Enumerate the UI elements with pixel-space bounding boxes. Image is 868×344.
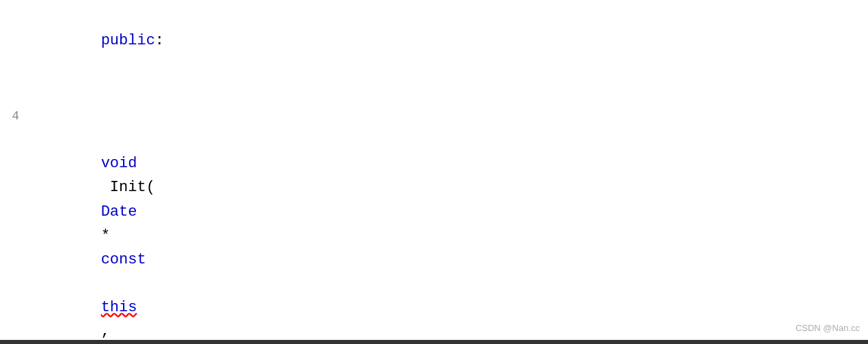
code-line-public: public: <box>0 4 868 78</box>
bottom-bar <box>0 340 868 344</box>
line-content <box>26 78 868 102</box>
keyword-const: const <box>101 251 146 268</box>
line-number: 4 <box>0 106 26 126</box>
watermark: CSDN @Nan.cc <box>796 321 860 336</box>
line-content: public: <box>26 5 868 77</box>
line-content: void Init( Date * const this , int year … <box>26 104 868 344</box>
keyword-public: public <box>101 32 155 49</box>
keyword-this: this <box>101 299 137 316</box>
code-line-blank1 <box>0 78 868 103</box>
code-line-init-decl: 4 void Init( Date * const this , int yea… <box>0 103 868 344</box>
keyword-void: void <box>101 155 137 172</box>
type-date: Date <box>101 203 137 220</box>
code-area: public: 4 void Init( Date * const this ,… <box>0 0 868 344</box>
code-container: public: 4 void Init( Date * const this ,… <box>0 0 868 344</box>
